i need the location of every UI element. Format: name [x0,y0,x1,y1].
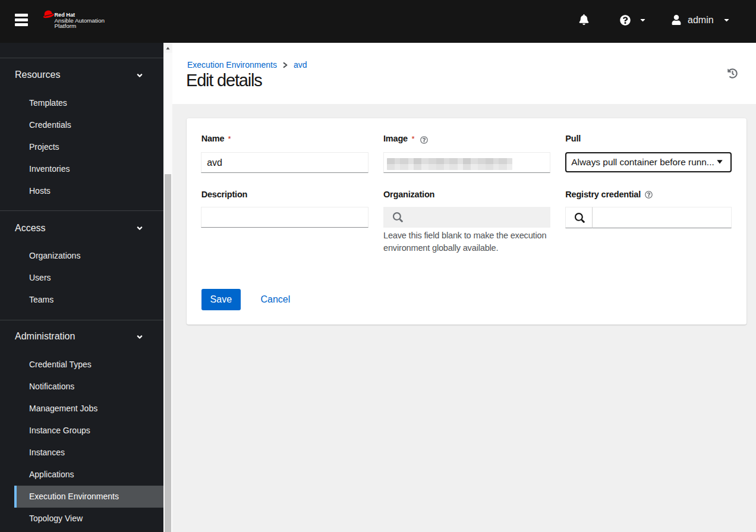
svg-text:Platform: Platform [54,23,76,29]
